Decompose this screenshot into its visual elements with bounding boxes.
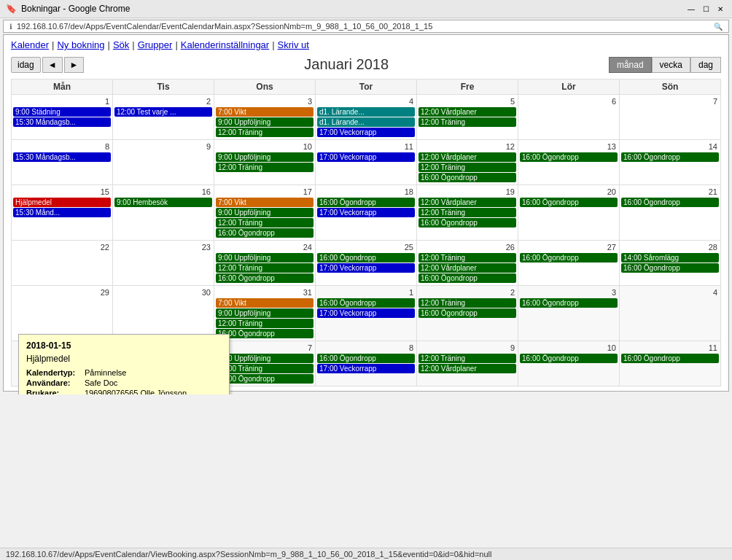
calendar-day[interactable]: 316:00 Ögondropp [518,286,620,341]
calendar-event[interactable]: 17:00 Veckorrapp [317,128,415,137]
calendar-day[interactable]: 109:00 Uppföljning12:00 Träning [214,140,316,185]
calendar-event[interactable]: 17:00 Veckorrapp [317,308,415,318]
calendar-day[interactable]: 2814:00 Såromlägg16:00 Ögondropp [620,241,721,286]
calendar-event[interactable]: 12:00 Träning [418,253,516,262]
calendar-event[interactable]: 16:00 Ögondropp [520,198,618,207]
view-dag[interactable]: dag [690,57,721,73]
calendar-event[interactable]: 16:00 Ögondropp [317,354,415,363]
calendar-day[interactable]: 15Hjälpmedel15:30 Månd... [12,185,113,241]
calendar-event[interactable]: 16:00 Ögondropp [216,273,314,283]
calendar-event[interactable]: 16:00 Ögondropp [520,253,618,262]
calendar-event[interactable]: 15:30 Måndagsb... [13,117,111,127]
view-manad[interactable]: månad [609,57,652,73]
calendar-event[interactable]: 9:00 Uppföljning [216,308,314,318]
calendar-event[interactable]: 12:00 Vårdplaner [418,198,516,207]
nav-sok[interactable]: Sök [113,39,129,50]
calendar-day[interactable]: 1912:00 Vårdplaner12:00 Träning16:00 Ögo… [417,185,518,241]
calendar-day[interactable]: 30 [113,286,214,341]
calendar-event[interactable]: 12:00 Träning [216,263,314,273]
calendar-event[interactable]: 16:00 Ögondropp [520,354,618,363]
calendar-event[interactable]: 12:00 Träning [418,208,516,217]
calendar-event[interactable]: 7:00 Vikt [216,198,314,207]
calendar-day[interactable]: 4 [620,286,721,341]
calendar-event[interactable]: 12:00 Träning [216,163,314,172]
calendar-day[interactable]: 6 [518,95,620,140]
calendar-day[interactable]: 9 [113,140,214,185]
calendar-day[interactable]: 1316:00 Ögondropp [518,140,620,185]
calendar-day[interactable]: 23 [113,241,214,286]
calendar-event[interactable]: 12:00 Träning [216,319,314,328]
calendar-event[interactable]: 16:00 Ögondropp [216,329,314,338]
calendar-event[interactable]: 16:00 Ögondropp [216,374,314,384]
calendar-event[interactable]: 12:00 Vårdplaner [418,263,516,273]
calendar-event[interactable]: 16:00 Ögondropp [621,198,719,207]
nav-grupper[interactable]: Grupper [138,39,173,50]
calendar-day[interactable]: 317:00 Vikt9:00 Uppföljning12:00 Träning… [214,286,316,341]
calendar-day[interactable]: 116:00 Ögondropp17:00 Veckorrapp [316,286,417,341]
calendar-event[interactable]: 7:00 Vikt [216,298,314,308]
calendar-day[interactable]: 2612:00 Träning12:00 Vårdplaner16:00 Ögo… [417,241,518,286]
calendar-event[interactable]: 16:00 Ögondropp [520,152,618,162]
calendar-day[interactable]: 512:00 Vårdplaner12:00 Träning [417,95,518,140]
calendar-event[interactable]: 12:00 Test varje ... [114,107,212,117]
calendar-event[interactable]: 12:00 Träning [216,364,314,373]
calendar-day[interactable]: 7 [620,95,721,140]
calendar-event[interactable]: d1. Lärande... [317,107,415,117]
calendar-event[interactable]: d1. Lärande... [317,117,415,127]
calendar-event[interactable]: 12:00 Träning [418,354,516,363]
calendar-event[interactable]: 16:00 Ögondropp [317,253,415,262]
calendar-event[interactable]: 16:00 Ögondropp [418,308,516,318]
calendar-event[interactable]: 16:00 Ögondropp [418,218,516,228]
calendar-day[interactable]: 2016:00 Ögondropp [518,185,620,241]
calendar-event[interactable]: 9:00 Uppföljning [216,354,314,363]
calendar-day[interactable]: 4d1. Lärande...d1. Lärande...17:00 Vecko… [316,95,417,140]
calendar-day[interactable]: 249:00 Uppföljning12:00 Träning16:00 Ögo… [214,241,316,286]
zoom-icon[interactable]: 🔍 [714,23,723,31]
calendar-event[interactable]: 7:00 Vikt [216,107,314,117]
calendar-event[interactable]: 9:00 Uppföljning [216,253,314,262]
close-button[interactable]: ✕ [715,3,726,15]
next-button[interactable]: ► [64,57,85,73]
view-vecka[interactable]: vecka [652,57,690,73]
calendar-event[interactable]: 16:00 Ögondropp [418,173,516,182]
calendar-day[interactable]: 2516:00 Ögondropp17:00 Veckorrapp [316,241,417,286]
calendar-day[interactable]: 177:00 Vikt9:00 Uppföljning12:00 Träning… [214,185,316,241]
calendar-event[interactable]: 12:00 Vårdplaner [418,364,516,373]
calendar-day[interactable]: 2116:00 Ögondropp [620,185,721,241]
calendar-event[interactable]: 16:00 Ögondropp [621,354,719,363]
calendar-day[interactable]: 1212:00 Vårdplaner12:00 Träning16:00 Ögo… [417,140,518,185]
calendar-day[interactable]: 1816:00 Ögondropp17:00 Veckorrapp [316,185,417,241]
calendar-event[interactable]: 16:00 Ögondropp [520,298,618,308]
calendar-day[interactable]: 1016:00 Ögondropp [518,341,620,386]
calendar-day[interactable]: 19:00 Städning15:30 Måndagsb... [12,95,113,140]
calendar-event[interactable]: 17:00 Veckorrapp [317,263,415,273]
minimize-button[interactable]: — [685,3,697,15]
maximize-button[interactable]: ☐ [700,3,712,15]
calendar-event[interactable]: Hjälpmedel [13,198,111,207]
calendar-event[interactable]: 17:00 Veckorrapp [317,364,415,373]
calendar-day[interactable]: 22 [12,241,113,286]
calendar-event[interactable]: 12:00 Träning [418,163,516,172]
calendar-event[interactable]: 12:00 Träning [418,117,516,127]
calendar-event[interactable]: 16:00 Ögondropp [216,228,314,238]
calendar-event[interactable]: 12:00 Vårdplaner [418,152,516,162]
calendar-day[interactable]: 29 [12,286,113,341]
calendar-event[interactable]: 12:00 Träning [216,218,314,228]
calendar-event[interactable]: 15:30 Måndagsb... [13,152,111,162]
prev-button[interactable]: ◄ [42,57,63,73]
calendar-event[interactable]: 12:00 Träning [216,128,314,137]
calendar-event[interactable]: 9:00 Uppföljning [216,152,314,162]
calendar-event[interactable]: 9:00 Hembesök [114,198,212,207]
calendar-event[interactable]: 16:00 Ögondropp [418,273,516,283]
calendar-event[interactable]: 9:00 Städning [13,107,111,117]
calendar-day[interactable]: 169:00 Hembesök [113,185,214,241]
calendar-event[interactable]: 16:00 Ögondropp [621,152,719,162]
calendar-day[interactable]: 2716:00 Ögondropp [518,241,620,286]
calendar-event[interactable]: 17:00 Veckorrapp [317,208,415,217]
nav-skriv-ut[interactable]: Skriv ut [278,39,309,50]
calendar-day[interactable]: 816:00 Ögondropp17:00 Veckorrapp [316,341,417,386]
calendar-event[interactable]: 16:00 Ögondropp [317,298,415,308]
calendar-day[interactable]: 212:00 Test varje ... [113,95,214,140]
nav-kalender[interactable]: Kalender [11,39,49,50]
nav-kalenderinstallningar[interactable]: Kalenderinställningar [181,39,269,50]
